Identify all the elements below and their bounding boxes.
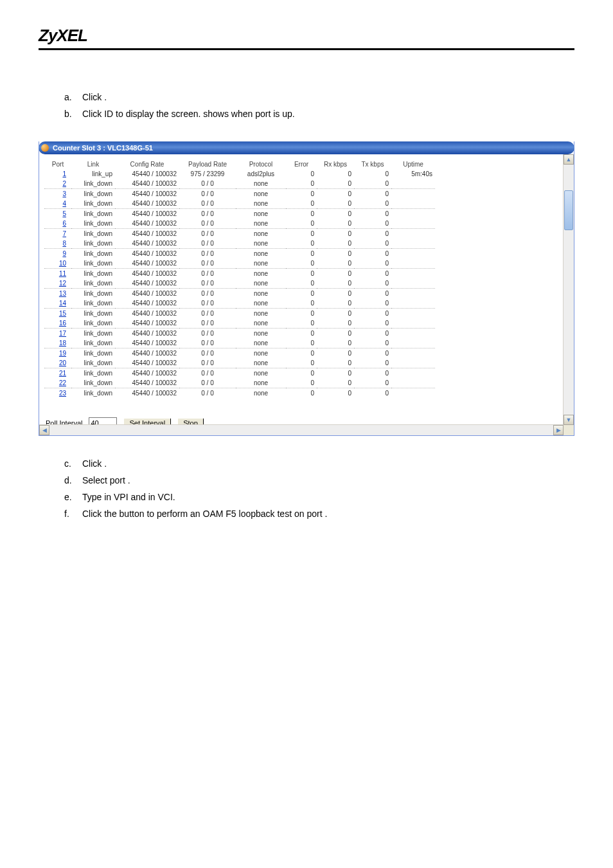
link-cell: link_down	[71, 329, 115, 339]
uptime-cell	[391, 309, 435, 319]
port-link[interactable]: 12	[59, 280, 66, 287]
port-link[interactable]: 10	[59, 260, 66, 267]
uptime-cell	[391, 338, 435, 348]
payload-cell: 0 / 0	[179, 278, 236, 289]
tx-cell: 0	[354, 348, 391, 359]
port-link[interactable]: 19	[59, 350, 66, 357]
port-link[interactable]: 4	[62, 200, 66, 207]
uptime-cell	[391, 298, 435, 309]
err-cell: 0	[286, 318, 317, 329]
rx-cell: 0	[317, 309, 354, 319]
port-link[interactable]: 1	[62, 170, 66, 177]
steps-bottom: c.Click .d.Select port .e.Type in VPI an…	[39, 455, 574, 522]
proto-cell: none	[236, 269, 286, 279]
col-header: Port	[44, 159, 71, 169]
port-cell: 5	[44, 209, 71, 219]
port-link[interactable]: 8	[62, 240, 66, 247]
link-cell: link_down	[71, 358, 115, 368]
uptime-cell	[391, 388, 435, 399]
err-cell: 0	[286, 258, 317, 269]
port-cell: 23	[44, 388, 71, 399]
err-cell: 0	[286, 309, 317, 319]
payload-cell: 0 / 0	[179, 189, 236, 199]
port-link[interactable]: 5	[62, 210, 66, 217]
config-cell: 45440 / 100032	[115, 189, 179, 199]
step-letter: d.	[64, 472, 82, 489]
scroll-v-track[interactable]	[564, 165, 574, 415]
rx-cell: 0	[317, 358, 354, 368]
horizontal-scrollbar[interactable]: ◀ ▶	[39, 424, 564, 435]
port-cell: 22	[44, 378, 71, 388]
config-cell: 45440 / 100032	[115, 368, 179, 379]
port-link[interactable]: 14	[59, 300, 66, 307]
port-link[interactable]: 21	[59, 370, 66, 377]
port-link[interactable]: 23	[59, 390, 66, 397]
port-link[interactable]: 13	[59, 290, 66, 297]
tx-cell: 0	[354, 368, 391, 379]
port-link[interactable]: 16	[59, 320, 66, 327]
link-cell: link_down	[71, 289, 115, 299]
payload-cell: 0 / 0	[179, 239, 236, 249]
config-cell: 45440 / 100032	[115, 348, 179, 359]
link-cell: link_down	[71, 338, 115, 348]
proto-cell: none	[236, 348, 286, 359]
scroll-h-track[interactable]	[49, 425, 553, 435]
tx-cell: 0	[354, 209, 391, 219]
rx-cell: 0	[317, 348, 354, 359]
step-item: a.Click .	[64, 89, 574, 105]
uptime-cell: 5m:40s	[391, 169, 435, 179]
port-link[interactable]: 6	[62, 220, 66, 227]
table-row: 20link_down45440 / 1000320 / 0none000	[44, 358, 435, 368]
tx-cell: 0	[354, 258, 391, 269]
rx-cell: 0	[317, 298, 354, 309]
scroll-down-icon[interactable]: ▼	[564, 415, 574, 425]
link-cell: link_down	[71, 239, 115, 249]
err-cell: 0	[286, 368, 317, 379]
scroll-up-icon[interactable]: ▲	[564, 154, 574, 165]
col-header: Uptime	[391, 159, 435, 169]
port-link[interactable]: 20	[59, 359, 66, 366]
table-row: 11link_down45440 / 1000320 / 0none000	[44, 269, 435, 279]
link-cell: link_down	[71, 249, 115, 259]
port-link[interactable]: 22	[59, 379, 66, 386]
port-cell: 18	[44, 338, 71, 348]
port-link[interactable]: 2	[62, 180, 66, 187]
port-link[interactable]: 9	[62, 250, 66, 257]
vertical-scrollbar[interactable]: ▲ ▼	[563, 154, 574, 425]
port-link[interactable]: 15	[59, 310, 66, 317]
proto-cell: none	[236, 249, 286, 259]
proto-cell: none	[236, 338, 286, 348]
scroll-v-thumb[interactable]	[564, 190, 573, 230]
uptime-cell	[391, 269, 435, 279]
port-link[interactable]: 18	[59, 339, 66, 347]
header-rule	[39, 48, 574, 50]
port-cell: 15	[44, 309, 71, 319]
config-cell: 45440 / 100032	[115, 358, 179, 368]
scroll-right-icon[interactable]: ▶	[553, 425, 564, 435]
payload-cell: 0 / 0	[179, 388, 236, 399]
logo: ZyXEL	[39, 26, 574, 46]
table-header-row: PortLinkConfig RatePayload RateProtocolE…	[44, 159, 435, 169]
port-link[interactable]: 7	[62, 230, 66, 237]
uptime-cell	[391, 278, 435, 289]
table-row: 16link_down45440 / 1000320 / 0none000	[44, 318, 435, 329]
step-text: Click ID to display the screen. shows wh…	[82, 105, 295, 122]
step-letter: e.	[64, 489, 82, 505]
uptime-cell	[391, 348, 435, 359]
payload-cell: 0 / 0	[179, 199, 236, 209]
port-cell: 10	[44, 258, 71, 269]
rx-cell: 0	[317, 169, 354, 179]
port-cell: 21	[44, 368, 71, 379]
step-item: c.Click .	[64, 455, 574, 472]
link-cell: link_down	[71, 368, 115, 379]
port-cell: 17	[44, 329, 71, 339]
port-link[interactable]: 3	[62, 190, 66, 197]
tx-cell: 0	[354, 278, 391, 289]
port-link[interactable]: 17	[59, 330, 66, 337]
config-cell: 45440 / 100032	[115, 258, 179, 269]
scroll-left-icon[interactable]: ◀	[39, 425, 49, 435]
port-link[interactable]: 11	[59, 270, 66, 277]
config-cell: 45440 / 100032	[115, 289, 179, 299]
proto-cell: none	[236, 298, 286, 309]
config-cell: 45440 / 100032	[115, 298, 179, 309]
